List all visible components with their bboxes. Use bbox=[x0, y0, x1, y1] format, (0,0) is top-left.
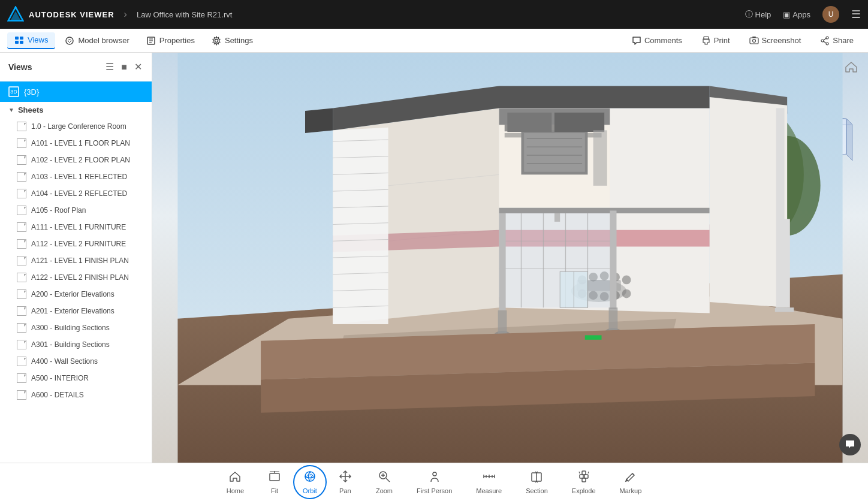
share-button[interactable]: Share bbox=[813, 33, 861, 49]
home-tool-label: Home bbox=[227, 487, 244, 494]
sheet-item-7[interactable]: A112 - LEVEL 2 FURNITURE bbox=[0, 236, 152, 252]
sheet-item-9[interactable]: A122 - LEVEL 2 FINISH PLAN bbox=[0, 269, 152, 286]
first-person-tool[interactable]: First Person bbox=[405, 465, 464, 499]
top-bar: AUTODESK VIEWER › Law Office with Site R… bbox=[0, 0, 868, 29]
comments-button[interactable]: Comments bbox=[625, 33, 689, 49]
sheet-label: A500 - INTERIOR bbox=[31, 374, 89, 382]
autodesk-logo-icon bbox=[7, 6, 24, 23]
sheet-icon bbox=[17, 323, 26, 333]
app-name: AUTODESK VIEWER bbox=[29, 10, 114, 19]
comments-icon bbox=[632, 36, 641, 46]
share-icon bbox=[820, 36, 830, 46]
screenshot-button[interactable]: Screenshot bbox=[742, 33, 809, 49]
home-tool[interactable]: Home bbox=[215, 465, 256, 499]
sidebar-header: Views ☰ ■ ✕ bbox=[0, 53, 152, 82]
fit-tool[interactable]: Fit bbox=[256, 465, 293, 499]
section-tool-label: Section bbox=[526, 487, 548, 494]
measure-tool[interactable]: Measure bbox=[464, 465, 514, 499]
sheet-item-2[interactable]: A102 - LEVEL 2 FLOOR PLAN bbox=[0, 152, 152, 168]
sheet-item-6[interactable]: A111 - LEVEL 1 FURNITURE bbox=[0, 219, 152, 236]
print-icon bbox=[701, 36, 711, 46]
sheets-section[interactable]: ▼ Sheets bbox=[0, 102, 152, 118]
svg-line-20 bbox=[824, 41, 826, 43]
markup-tool[interactable]: Markup bbox=[608, 465, 654, 499]
sheet-label: A122 - LEVEL 2 FINISH PLAN bbox=[31, 273, 129, 282]
svg-rect-91 bbox=[554, 213, 560, 222]
sheet-item-13[interactable]: A301 - Building Sections bbox=[0, 336, 152, 353]
section-tool[interactable]: Section bbox=[514, 465, 560, 499]
model-browser-tab[interactable]: Model browser bbox=[58, 33, 136, 49]
svg-point-67 bbox=[622, 289, 631, 298]
sheet-icon bbox=[17, 222, 26, 232]
sheet-item-11[interactable]: A201 - Exterior Elevations bbox=[0, 303, 152, 319]
sheet-item-8[interactable]: A121 - LEVEL 1 FINISH PLAN bbox=[0, 252, 152, 269]
sheet-icon bbox=[17, 390, 26, 400]
apps-icon: ▣ bbox=[783, 10, 790, 19]
chat-button[interactable] bbox=[839, 434, 861, 455]
svg-rect-109 bbox=[270, 473, 279, 481]
settings-label: Settings bbox=[225, 36, 253, 45]
svg-rect-52 bbox=[554, 113, 604, 132]
sheets-label: Sheets bbox=[18, 105, 44, 114]
sheet-icon bbox=[17, 122, 26, 131]
svg-point-112 bbox=[305, 472, 315, 481]
properties-tab[interactable]: Properties bbox=[139, 33, 202, 49]
sheet-item-15[interactable]: A500 - INTERIOR bbox=[0, 370, 152, 387]
3d-view-label: {3D} bbox=[24, 87, 39, 96]
svg-line-19 bbox=[824, 38, 826, 40]
sheet-label: A111 - LEVEL 1 FURNITURE bbox=[31, 223, 126, 231]
settings-tab[interactable]: Settings bbox=[204, 33, 260, 49]
sheet-label: A121 - LEVEL 1 FINISH PLAN bbox=[31, 256, 129, 265]
top-bar-right: ⓘ Help ▣ Apps U ☰ bbox=[745, 6, 861, 23]
comments-label: Comments bbox=[644, 36, 682, 45]
measure-tool-icon bbox=[483, 470, 496, 485]
svg-rect-53 bbox=[507, 113, 551, 132]
sheet-icon bbox=[17, 189, 26, 198]
svg-point-117 bbox=[433, 472, 436, 476]
pan-tool-label: Pan bbox=[339, 487, 351, 494]
sheet-item-4[interactable]: A104 - LEVEL 2 REFLECTED bbox=[0, 185, 152, 202]
svg-point-11 bbox=[215, 39, 218, 42]
active-3d-view[interactable]: 3D {3D} bbox=[0, 82, 152, 102]
svg-rect-106 bbox=[585, 335, 602, 339]
zoom-tool[interactable]: Zoom bbox=[364, 465, 405, 499]
viewer-area[interactable]: LEFT FRNT bbox=[152, 53, 868, 463]
close-sidebar-button[interactable]: ✕ bbox=[133, 60, 143, 74]
hamburger-icon[interactable]: ☰ bbox=[851, 8, 861, 21]
explode-tool-label: Explode bbox=[572, 487, 596, 494]
explode-tool-icon bbox=[577, 470, 590, 485]
sheet-icon bbox=[17, 340, 26, 349]
sheet-item-3[interactable]: A103 - LEVEL 1 REFLECTED bbox=[0, 168, 152, 185]
views-tab[interactable]: Views bbox=[7, 32, 55, 49]
sheet-icon bbox=[17, 306, 26, 316]
grid-view-button[interactable]: ■ bbox=[120, 60, 128, 74]
sidebar-title: Views bbox=[8, 62, 32, 72]
main-content: Views ☰ ■ ✕ 3D {3D} ▼ Sheets 1.0 - Large… bbox=[0, 53, 868, 463]
sheet-item-12[interactable]: A300 - Building Sections bbox=[0, 319, 152, 336]
sheet-item-16[interactable]: A600 - DETAILS bbox=[0, 387, 152, 403]
svg-point-14 bbox=[752, 39, 755, 42]
list-view-button[interactable]: ☰ bbox=[104, 60, 115, 74]
first-person-tool-label: First Person bbox=[417, 487, 452, 494]
svg-rect-129 bbox=[582, 478, 586, 482]
sheet-item-14[interactable]: A400 - Wall Sections bbox=[0, 353, 152, 370]
sheet-label: A300 - Building Sections bbox=[31, 324, 110, 332]
sheet-item-5[interactable]: A105 - Roof Plan bbox=[0, 202, 152, 219]
help-button[interactable]: ⓘ Help bbox=[745, 9, 771, 20]
apps-button[interactable]: ▣ Apps bbox=[783, 10, 810, 19]
orbit-tool-label: Orbit bbox=[303, 487, 317, 494]
sheet-item-0[interactable]: 1.0 - Large Conference Room bbox=[0, 118, 152, 135]
sheet-item-1[interactable]: A101 - LEVEL 1 FLOOR PLAN bbox=[0, 135, 152, 152]
section-arrow: ▼ bbox=[8, 107, 14, 113]
svg-rect-5 bbox=[20, 41, 23, 44]
orbit-tool[interactable]: Orbit bbox=[293, 465, 327, 499]
home-tool-icon bbox=[228, 470, 242, 485]
explode-tool[interactable]: Explode bbox=[560, 465, 608, 499]
print-button[interactable]: Print bbox=[694, 33, 737, 49]
avatar[interactable]: U bbox=[822, 6, 839, 23]
breadcrumb-sep: › bbox=[124, 9, 127, 20]
sheet-label: A101 - LEVEL 1 FLOOR PLAN bbox=[31, 139, 130, 147]
pan-tool[interactable]: Pan bbox=[327, 465, 364, 499]
3d-icon: 3D bbox=[8, 86, 19, 97]
sheet-item-10[interactable]: A200 - Exterior Elevations bbox=[0, 286, 152, 303]
